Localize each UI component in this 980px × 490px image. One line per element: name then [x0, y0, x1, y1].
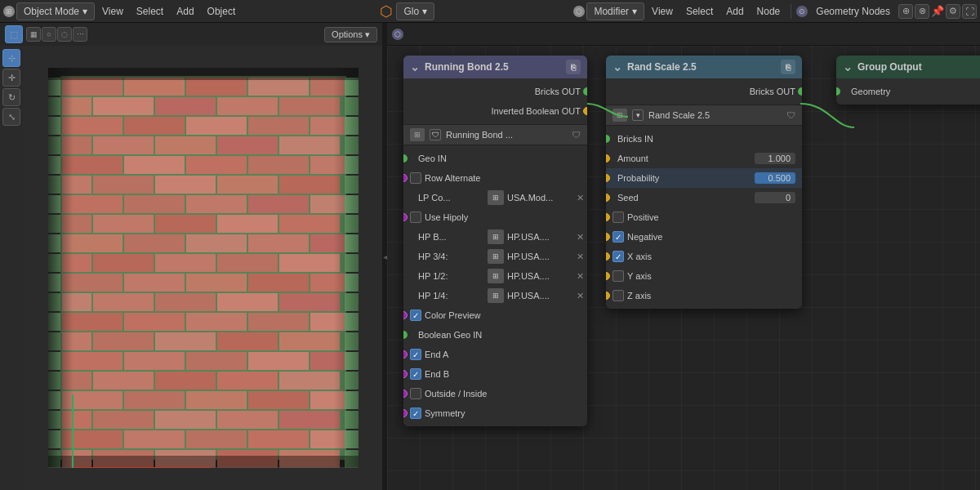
viewport[interactable]: ⬚ ▦ ○ ◌ ⋯ Options ▾ ⊹ ✛ ↻ ⤡	[0, 23, 382, 490]
use-hipoly-checkbox[interactable]	[410, 212, 421, 223]
node-editor-type-icon[interactable]: ⬡	[392, 29, 403, 40]
gizmo-icon[interactable]: ⊗	[915, 4, 929, 19]
node-editor-icon[interactable]: ⬡	[573, 6, 585, 17]
z-axis-checkbox[interactable]	[612, 290, 624, 301]
object-mode-dropdown[interactable]: Object Mode ▾	[16, 2, 95, 20]
scene-icon[interactable]: ⊙	[796, 6, 808, 17]
x-axis-dot	[606, 252, 610, 261]
pin-icon[interactable]: 📌	[931, 5, 944, 17]
rand-scale-outputs: Bricks OUT	[606, 78, 802, 105]
symmetry-checkbox[interactable]: ✓	[410, 408, 421, 419]
row-alt-checkbox[interactable]	[410, 172, 421, 184]
probability-value[interactable]: 0.500	[755, 172, 795, 184]
group-output-node: ⌄ Group Output Geometry	[836, 56, 980, 105]
scale-tool[interactable]: ⤡	[2, 108, 20, 126]
rand-input-probability[interactable]: Probability 0.500	[606, 168, 802, 188]
rand-scale-node: ⌄ Rand Scale 2.5 ⎘ Bricks OUT ⊞ ▾ Rand S…	[606, 56, 802, 309]
svg-rect-144	[48, 456, 359, 468]
hp-b-close-btn[interactable]: ✕	[577, 232, 584, 243]
group-output-header[interactable]: ⌄ Group Output	[836, 56, 980, 78]
rand-scale-output-bricks-out: Bricks OUT	[606, 82, 802, 101]
input-row-alternate: Row Alternate	[403, 168, 587, 188]
row-alt-dot	[403, 174, 408, 182]
select-menu-right[interactable]: Select	[680, 2, 719, 20]
output-inverted-bool: Inverted Boolean OUT	[403, 101, 587, 121]
modifier-dropdown[interactable]: Modifier ▾	[586, 2, 644, 20]
running-bond-inner-header: ⊞ 🛡 Running Bond ... 🛡	[403, 124, 587, 145]
rand-input-bricks-in: Bricks IN	[606, 129, 802, 149]
outside-inside-checkbox[interactable]	[410, 388, 421, 399]
negative-checkbox[interactable]: ✓	[612, 231, 624, 243]
positive-checkbox[interactable]	[612, 212, 624, 223]
options-button[interactable]: Options ▾	[324, 27, 377, 42]
select-tweak-btn[interactable]: ⋯	[73, 27, 87, 42]
input-hp-b: HP B... ⊞ HP.USA.... ✕	[403, 227, 587, 247]
workspace-label: Geometry Nodes	[809, 6, 897, 17]
rand-scale-export-btn[interactable]: ⎘	[781, 60, 795, 74]
rand-scale-header[interactable]: ⌄ Rand Scale 2.5 ⎘	[606, 56, 802, 78]
input-end-b: ✓ End B	[403, 364, 587, 384]
rand-bricks-in-dot	[606, 135, 610, 143]
rand-inner-mat-icon: ⊞	[612, 109, 627, 122]
select-tool-btn[interactable]: ⬚	[5, 25, 23, 43]
inner-shield-icon: 🛡	[430, 129, 441, 140]
fullscreen-icon[interactable]: ⛶	[962, 4, 977, 19]
seed-dot	[606, 194, 610, 202]
add-menu-right[interactable]: Add	[720, 2, 749, 20]
rand-scale-title: Rand Scale 2.5	[627, 61, 776, 73]
rand-scale-inner-header: ⊞ ▾ Rand Scale 2.5 🛡	[606, 105, 802, 126]
rotate-tool[interactable]: ↻	[2, 88, 20, 106]
overlay-icon[interactable]: ⊕	[898, 4, 913, 19]
node-collapse-icon[interactable]: ⌄	[410, 60, 420, 74]
input-use-hipoly: Use Hipoly	[403, 207, 587, 227]
view-menu-right[interactable]: View	[646, 2, 679, 20]
input-end-a: ✓ End A	[403, 345, 587, 364]
geo-in-dot	[403, 154, 408, 163]
group-output-title: Group Output	[858, 61, 980, 73]
hp-12-close-btn[interactable]: ✕	[577, 271, 584, 282]
x-axis-checkbox[interactable]: ✓	[612, 251, 624, 262]
amount-dot	[606, 154, 610, 163]
node-editor[interactable]: ⬡ ⌄ Running Bond 2.5 ⎘ Bricks OUT	[387, 23, 980, 490]
view-menu[interactable]: View	[96, 2, 129, 20]
end-b-checkbox[interactable]: ✓	[410, 368, 421, 380]
rand-input-amount[interactable]: Amount 1.000	[606, 149, 802, 168]
node-export-btn[interactable]: ⎘	[566, 60, 581, 74]
inner-mat-icon: ⊞	[410, 128, 425, 141]
move-tool[interactable]: ✛	[2, 69, 20, 87]
color-preview-checkbox[interactable]: ✓	[410, 310, 421, 321]
cursor-tool[interactable]: ⊹	[2, 49, 20, 67]
hp-34-close-btn[interactable]: ✕	[577, 252, 584, 262]
end-a-checkbox[interactable]: ✓	[410, 349, 421, 360]
hp-14-close-btn[interactable]: ✕	[577, 291, 584, 301]
use-hipoly-dot	[403, 213, 408, 221]
running-bond-header[interactable]: ⌄ Running Bond 2.5 ⎘	[403, 56, 587, 78]
hp-34-mat-icon: ⊞	[488, 249, 504, 264]
shield-badge-icon: 🛡	[572, 130, 581, 140]
select-menu[interactable]: Select	[131, 2, 169, 20]
amount-value[interactable]: 1.000	[755, 153, 795, 164]
side-tools: ⊹ ✛ ↻ ⤡	[0, 46, 23, 490]
rand-scale-collapse-icon[interactable]: ⌄	[612, 60, 622, 74]
input-bool-geo-in: Boolean Geo IN	[403, 325, 587, 345]
rand-input-seed[interactable]: Seed 0	[606, 188, 802, 207]
select-box-btn[interactable]: ▦	[26, 27, 41, 42]
y-axis-checkbox[interactable]	[612, 270, 624, 282]
settings-icon[interactable]: ⚙	[946, 4, 960, 19]
bool-geo-in-dot	[403, 331, 408, 339]
group-output-geometry-input: Geometry	[836, 82, 980, 101]
bricks-out-connector	[583, 87, 587, 96]
glo-dropdown[interactable]: Glo ▾	[396, 2, 434, 20]
select-circle-btn[interactable]: ○	[42, 27, 56, 42]
group-output-collapse-icon[interactable]: ⌄	[843, 60, 853, 74]
editor-type-icon[interactable]: ⊞	[3, 6, 15, 17]
lp-co-close-btn[interactable]: ✕	[577, 193, 584, 203]
select-lasso-btn[interactable]: ◌	[57, 27, 72, 42]
add-menu[interactable]: Add	[171, 2, 199, 20]
input-hp-12: HP 1/2: ⊞ HP.USA.... ✕	[403, 266, 587, 286]
left-editor-controls: ⊞ Object Mode ▾ View Select Add Object	[3, 0, 241, 22]
object-menu[interactable]: Object	[202, 2, 242, 20]
seed-value[interactable]: 0	[755, 192, 795, 203]
node-menu[interactable]: Node	[751, 2, 786, 20]
rand-scale-bricks-out-connector	[798, 87, 802, 96]
